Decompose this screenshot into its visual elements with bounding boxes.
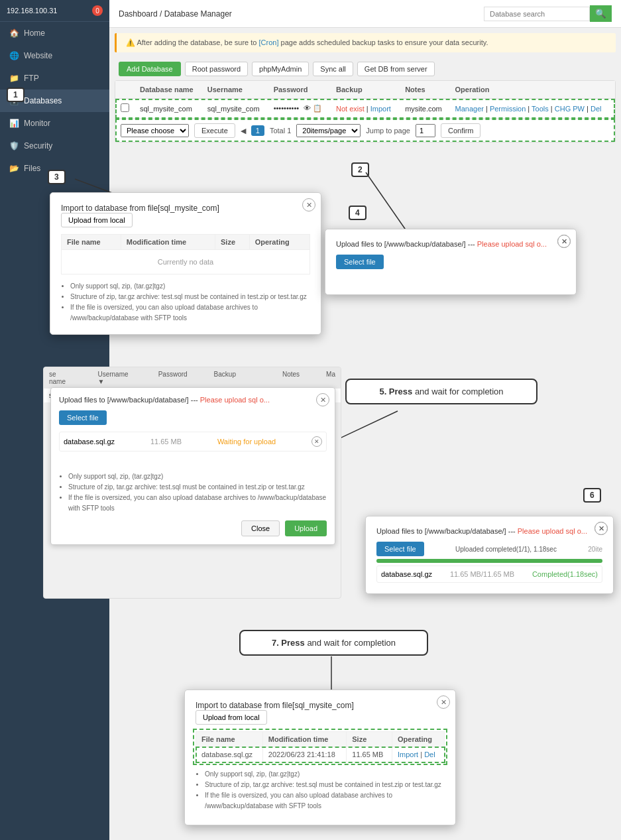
import-link[interactable]: Import <box>370 105 391 113</box>
sync-all-button[interactable]: Sync all <box>313 62 353 76</box>
breadcrumb-home[interactable]: Dashboard <box>119 9 158 19</box>
sidebar-item-label: Home <box>24 29 45 38</box>
sidebar-item-security[interactable]: 🛡️ Security <box>0 135 109 157</box>
upload-file-row: database.sql.gz 11.65 MB Waiting for upl… <box>59 432 327 451</box>
col-modtime: Modification time <box>121 235 215 250</box>
table-footer: Please choose Execute ◀ 1 Total 1 20item… <box>115 119 615 142</box>
db-toolbar: Add Database Root password phpMyAdmin Sy… <box>109 58 621 80</box>
close-button[interactable]: Close <box>241 520 280 536</box>
execute-button[interactable]: Execute <box>194 123 235 138</box>
upload-complete-bottom-close[interactable]: ✕ <box>594 522 608 535</box>
confirm-jump-button[interactable]: Confirm <box>441 123 481 138</box>
note2-3: If the file is oversized, you can also u… <box>205 790 445 811</box>
sidebar-item-ftp[interactable]: 📁 FTP <box>0 67 109 90</box>
note-2: Structure of zip, tar.gz archive: test.s… <box>70 292 310 302</box>
page-arrow-left[interactable]: ◀ <box>241 127 246 135</box>
row-dbname: sql_mysite_com <box>135 99 202 119</box>
upload-from-local-button[interactable]: Upload from local <box>61 213 133 227</box>
step1-label: 1 <box>7 88 25 102</box>
alert-cron-link[interactable]: [Cron] <box>259 38 279 46</box>
search-bar: 🔍 <box>484 5 612 22</box>
upload-local-btn2[interactable]: Upload from local <box>196 710 267 725</box>
col-size: Size <box>215 235 250 250</box>
row-check <box>115 99 135 119</box>
file-del-link[interactable]: Del <box>424 750 435 758</box>
import2-notes: Only support sql, zip, (tar.gz|tgz) Stru… <box>196 769 445 811</box>
col-check <box>115 81 135 99</box>
complete-filename: database.sql.gz <box>381 570 432 578</box>
row-password: •••••••••• 👁 📋 <box>268 99 331 119</box>
phpmyadmin-button[interactable]: phpMyAdmin <box>252 62 309 76</box>
alert-bar: ⚠️ After adding the database, be sure to… <box>115 33 616 52</box>
security-icon: 🛡️ <box>9 141 19 150</box>
home-icon: 🏠 <box>9 29 19 38</box>
bulk-action-select[interactable]: Please choose <box>121 124 189 137</box>
modal-import-with-file: Import to database from file[sql_mysite_… <box>184 690 456 825</box>
modal-upload-with-file: Upload files to [/www/backup/database/] … <box>50 387 335 545</box>
chgpw-link[interactable]: CHG PW <box>555 105 585 113</box>
sidebar-item-label: Databases <box>24 96 62 105</box>
add-database-button[interactable]: Add Database <box>119 62 181 76</box>
col-size2: Size <box>347 732 392 747</box>
step5-callout: 5. Press and wait for completion <box>345 379 537 404</box>
upload-button[interactable]: Upload <box>285 520 327 536</box>
manager-link[interactable]: Manager <box>455 105 484 113</box>
note-3: If the file is oversized, you can also u… <box>70 302 310 324</box>
jump-input[interactable] <box>416 124 435 137</box>
per-page-select[interactable]: 20items/page <box>296 124 361 137</box>
step3-label: 3 <box>48 170 66 184</box>
sidebar-item-home[interactable]: 🏠 Home <box>0 22 109 44</box>
modal-upload-empty: Upload files to [/www/backup/database/] … <box>325 229 577 295</box>
sidebar-item-website[interactable]: 🌐 Website <box>0 44 109 67</box>
sidebar-ip: 192.168.100.31 <box>7 7 57 15</box>
col-dbname: Database name <box>135 81 202 99</box>
upload2-close[interactable]: ✕ <box>316 393 329 406</box>
modal-import-empty: Import to database from file[sql_mysite_… <box>50 192 321 335</box>
upload-title-warning: Please upload sql o... <box>477 240 547 248</box>
sidebar-badge: 0 <box>92 5 103 16</box>
del-link[interactable]: Del <box>591 105 602 113</box>
database-table: Database name Username Password Backup N… <box>115 80 616 143</box>
search-button[interactable]: 🔍 <box>590 5 612 22</box>
file-import-link[interactable]: Import <box>398 750 418 758</box>
sidebar-item-label: Security <box>24 141 52 150</box>
note2-2: Structure of zip, tar.gz archive: test.s… <box>205 780 445 790</box>
search-input[interactable] <box>484 7 590 21</box>
get-db-button[interactable]: Get DB from server <box>357 62 435 76</box>
modal-action-buttons: Close Upload <box>59 520 327 536</box>
upload-complete-title-prefix: Upload files to [/www/backup/database/] … <box>376 527 518 535</box>
upload-warning2: Please upload sql o... <box>200 396 270 404</box>
backup-status: Not exist <box>336 105 365 113</box>
modal-import2-close[interactable]: ✕ <box>437 695 450 709</box>
select-file-button-1[interactable]: Select file <box>336 255 384 269</box>
upload-complete-file-row: database.sql.gz 11.65 MB/11.65 MB Comple… <box>376 566 602 583</box>
select-file-button-2[interactable]: Select file <box>59 410 107 425</box>
copy-icon[interactable]: 📋 <box>313 104 322 112</box>
row-ops: Manager | Permission | Tools | CHG PW | … <box>450 99 616 119</box>
sidebar-item-monitor[interactable]: 📊 Monitor <box>0 112 109 135</box>
second-close-button[interactable]: ✕ <box>557 235 571 248</box>
row-notes: mysite.com <box>400 99 449 119</box>
root-password-button[interactable]: Root password <box>185 62 248 76</box>
eye-icon[interactable]: 👁 <box>304 104 311 112</box>
upload-title: Upload files to [/www/backup/database/] … <box>59 396 327 404</box>
ftp-icon: 📁 <box>9 74 19 83</box>
modal-import-close-button[interactable]: ✕ <box>302 198 315 211</box>
select-file-button-3[interactable]: Select file <box>376 542 424 556</box>
modal-import-title: Import to database from file[sql_mysite_… <box>61 204 219 213</box>
tools-link[interactable]: Tools <box>532 105 549 113</box>
file-row-name: database.sql.gz <box>196 747 263 762</box>
permission-link[interactable]: Permission <box>490 105 526 113</box>
upload-filesize: 11.65 MB <box>150 438 182 446</box>
row-checkbox[interactable] <box>121 103 129 112</box>
import-file-table-2: File name Modification time Size Operati… <box>196 731 445 762</box>
website-icon: 🌐 <box>9 51 19 60</box>
step5-bg-panel: se name Username ▼ Password Backup Notes… <box>43 367 341 599</box>
step4-label: 4 <box>349 206 367 220</box>
remove-file-button[interactable]: ✕ <box>311 436 322 447</box>
upload-filename: database.sql.gz <box>64 438 115 446</box>
breadcrumb-current: Database Manager <box>164 9 232 19</box>
col-operation: Operation <box>450 81 616 99</box>
col-password: Password <box>268 81 331 99</box>
col-operating: Operating <box>249 235 310 250</box>
